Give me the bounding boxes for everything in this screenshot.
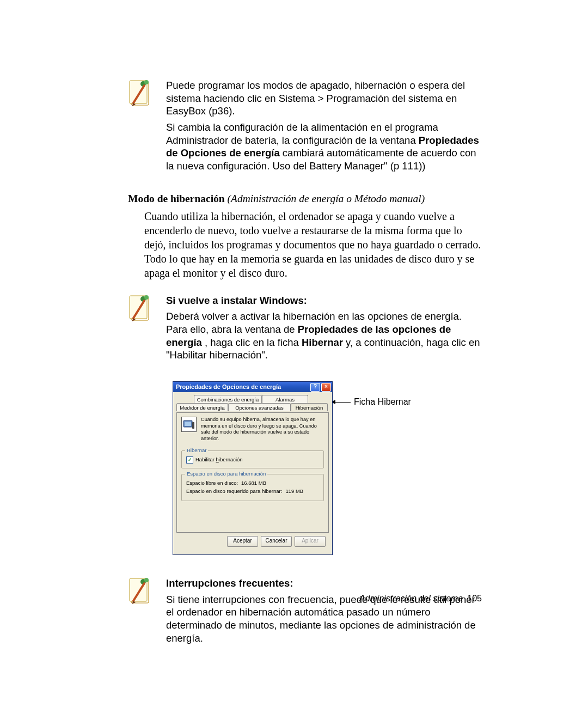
svg-point-3 (144, 80, 149, 84)
ok-button[interactable]: Aceptar (227, 536, 258, 547)
note-icon (128, 294, 166, 324)
callout-hibernate-tab: Ficha Hibernar (333, 397, 411, 407)
page-footer: Administración del sistema105 (359, 593, 482, 604)
svg-point-18 (144, 578, 149, 582)
note-1-text: Puede programar los modos de apagado, hi… (166, 79, 482, 176)
cancel-button[interactable]: Cancelar (261, 536, 292, 547)
required-space-row: Espacio en disco requerido para hibernar… (186, 488, 319, 495)
note2-title: Si vuelve a instalar Windows: (166, 295, 307, 306)
note-2-text: Si vuelve a instalar Windows: Deberá vol… (166, 294, 482, 365)
tab-advanced[interactable]: Opciones avanzadas (228, 403, 291, 411)
free-space-row: Espacio libre en disco: 16.681 MB (186, 480, 319, 486)
hibernate-icon (181, 417, 197, 432)
enable-hibernation-checkbox[interactable]: ✓ Habilitar hibernación (186, 456, 319, 464)
group-hibernar: Hibernar ✓ Habilitar hibernación (181, 450, 324, 468)
tab-combinations[interactable]: Combinaciones de energía (194, 395, 262, 403)
section-body: Cuando utiliza la hibernación, el ordena… (144, 209, 482, 280)
note3-title: Interrupciones frecuentes: (166, 577, 293, 589)
checkbox-icon: ✓ (186, 456, 193, 464)
note-3-text: Interrupciones frecuentes: Si tiene inte… (166, 577, 482, 648)
help-button[interactable]: ? (310, 383, 320, 392)
dialog-titlebar: Propiedades de Opciones de energía ? × (173, 382, 332, 392)
dialog-title: Propiedades de Opciones de energía (176, 383, 281, 391)
svg-point-9 (144, 295, 149, 300)
tab-hibernate[interactable]: Hibernación (291, 403, 328, 411)
tab-alarms[interactable]: Alarmas (262, 395, 308, 403)
close-button[interactable]: × (321, 383, 331, 392)
power-options-dialog: Propiedades de Opciones de energía ? × C… (173, 381, 333, 555)
note1-line2: Si cambia la configuración de la aliment… (166, 121, 482, 173)
note2-body: Deberá volver a activar la hibernación e… (166, 310, 482, 362)
tab-strip: Combinaciones de energía Alarmas Medidor… (176, 395, 329, 412)
hibernate-description: Cuando su equipo hiberna, almacena lo qu… (201, 417, 324, 442)
tab-panel: Cuando su equipo hiberna, almacena lo qu… (176, 412, 329, 533)
note1-line1: Puede programar los modos de apagado, hi… (166, 79, 482, 118)
group-diskspace: Espacio en disco para hibernación Espaci… (181, 474, 324, 501)
note-icon (128, 79, 166, 108)
svg-rect-13 (185, 422, 191, 426)
svg-rect-14 (192, 422, 194, 429)
note-icon (128, 577, 166, 606)
tab-meter[interactable]: Medidor de energía (176, 403, 228, 411)
section-heading: Modo de hibernación (Administración de e… (128, 192, 482, 206)
apply-button[interactable]: Aplicar (295, 536, 326, 547)
